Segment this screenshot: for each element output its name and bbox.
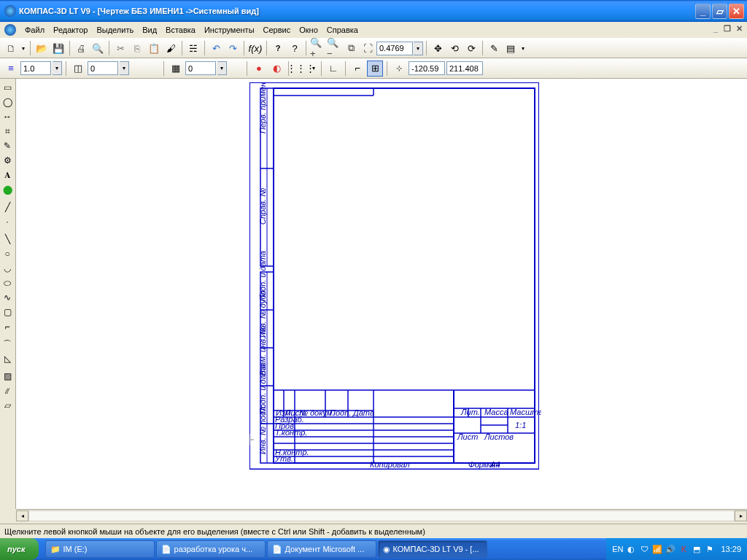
menu-window[interactable]: Окно [295,24,322,36]
grid-dropdown[interactable]: ▾ [310,61,317,77]
zoom-in-button[interactable]: 🔍+ [309,40,325,56]
tray-icon-1[interactable]: ◐ [626,544,636,554]
pan-button[interactable]: ✥ [430,40,446,56]
equidist-tool[interactable]: ⫽ [0,384,15,398]
snap-button[interactable]: ⊞ [367,61,383,77]
spec-tool[interactable]: ⬤ [0,182,15,197]
cut-button[interactable]: ✂ [112,40,128,56]
variables-button[interactable]: f(x) [247,40,263,56]
circle-tool[interactable]: ○ [0,246,15,261]
tray-icon-2[interactable]: 🛡 [639,544,649,554]
help-cursor-button[interactable]: ? [270,40,286,56]
start-button[interactable]: пуск [0,538,39,560]
line-style-icon[interactable]: ≡ [3,61,19,77]
scroll-right-button[interactable]: ▸ [735,510,747,521]
dimension-tool[interactable]: ↔ [0,109,15,124]
task-im[interactable]: 📁IM (E:) [45,540,155,558]
menu-instruments[interactable]: Инструменты [200,24,259,36]
menu-insert[interactable]: Вставка [161,24,200,36]
task-kompas[interactable]: ◉КОМПАС-3D LT V9 - [... [378,540,487,558]
redo-button[interactable]: ↷ [225,40,241,56]
print-button[interactable]: 🖨 [73,40,89,56]
menu-help[interactable]: Справка [322,24,363,36]
coord-x-input[interactable] [409,61,445,75]
menu-select[interactable]: Выделить [92,24,138,36]
close-button[interactable]: ✕ [729,4,744,19]
mdi-restore[interactable]: ❐ [722,24,732,34]
system-tray[interactable]: EN ◐ 🛡 📶 🔊 K ⬒ ⚑ 13:29 [606,538,747,560]
undo-button[interactable]: ↶ [208,40,224,56]
refresh-button[interactable]: ⟳ [463,40,479,56]
chamfer-tool[interactable]: ◺ [0,351,15,366]
grid-button[interactable]: ⋮⋮⋮ [293,61,309,77]
spline-tool[interactable]: ∿ [0,290,15,305]
tray-icon-6[interactable]: ⬒ [692,544,702,554]
zoom-out-button[interactable]: 🔍− [326,40,342,56]
menu-view[interactable]: Вид [138,24,161,36]
point-tool[interactable]: · [0,214,15,229]
paste-button[interactable]: 📋 [146,40,162,56]
zoom-fit-button[interactable]: ⛶ [360,40,376,56]
scroll-track[interactable] [28,510,735,521]
preview-button[interactable]: 🔍 [90,40,106,56]
fillet-tool[interactable]: ⌒ [0,337,15,351]
save-button[interactable]: 💾 [50,40,66,56]
scroll-left-button[interactable]: ◂ [16,510,28,521]
new-dropdown[interactable]: ▾ [20,40,27,56]
geometry-tool[interactable]: ◯ [0,95,15,109]
layers-dropdown[interactable]: ▾ [519,40,527,56]
layer-dropdown[interactable]: ▾ [120,61,129,75]
tray-lang[interactable]: EN [612,545,623,553]
hatch-input[interactable] [185,61,216,75]
zoom-prev-button[interactable]: ⟲ [446,40,462,56]
hatch-dropdown[interactable]: ▾ [217,61,227,75]
ellipse-tool[interactable]: ⬭ [0,276,15,290]
zoom-input[interactable] [376,42,413,55]
canvas-hscroll[interactable]: ◂ ▸ [16,509,747,521]
mdi-close[interactable]: ✕ [734,24,744,34]
symbols-tool[interactable]: ⌗ [0,124,15,139]
tray-icon-5[interactable]: K [678,544,689,554]
maximize-button[interactable]: ▱ [712,4,727,19]
drawing-canvas[interactable]: Изм. Лист № докум. Подп. Дата Разраб. Пр… [16,79,747,509]
layer-icon[interactable]: ◫ [70,61,86,77]
copy-button[interactable]: ⎘ [129,40,145,56]
rectangle-tool[interactable]: ▢ [0,305,15,319]
edit-mode-button[interactable]: ✎ [486,40,502,56]
layer-input[interactable] [88,61,118,75]
task-word1[interactable]: 📄разработка урока ч... [156,540,266,558]
tray-icon-7[interactable]: ⚑ [705,544,715,554]
edit-tool[interactable]: ✎ [0,139,15,153]
zoom-dropdown[interactable]: ▾ [414,42,423,55]
line-style-input[interactable] [20,61,51,75]
brush-button[interactable]: 🖌 [163,40,179,56]
context-help-button[interactable]: ? [287,40,303,56]
zoom-window-button[interactable]: ⧉ [343,40,359,56]
select-tool[interactable]: ▭ [0,80,15,95]
polyline-tool[interactable]: ⌐ [0,319,15,334]
ortho-button[interactable]: ∟ [325,61,341,77]
menu-edit[interactable]: Редактор [49,24,92,36]
hatch-icon[interactable]: ▦ [168,61,184,77]
tray-icon-4[interactable]: 🔊 [665,544,676,554]
local-cs-button[interactable]: ⌐ [349,61,365,77]
params-tool[interactable]: ⚙ [0,153,15,168]
menu-service[interactable]: Сервис [259,24,295,36]
coord-y-input[interactable] [446,61,483,75]
tray-icon-3[interactable]: 📶 [652,544,662,554]
tray-clock[interactable]: 13:29 [721,545,741,553]
line-tool[interactable]: ╱ [0,200,15,214]
hatch-tool[interactable]: ▨ [0,369,15,384]
menu-file[interactable]: Файл [20,24,49,36]
measure-tool[interactable]: 𝐀 [0,168,15,182]
line-style-dropdown[interactable]: ▾ [53,61,62,75]
new-button[interactable]: 🗋 [3,40,19,56]
snap-mid-button[interactable]: ◐ [268,61,285,77]
aux-line-tool[interactable]: ╲ [0,232,15,246]
snap-end-button[interactable]: ● [251,61,267,77]
minimize-button[interactable]: _ [695,4,711,19]
contour-tool[interactable]: ▱ [0,398,15,413]
layers-button[interactable]: ▤ [503,40,519,56]
properties-button[interactable]: ☵ [185,40,201,56]
arc-tool[interactable]: ◡ [0,261,15,276]
